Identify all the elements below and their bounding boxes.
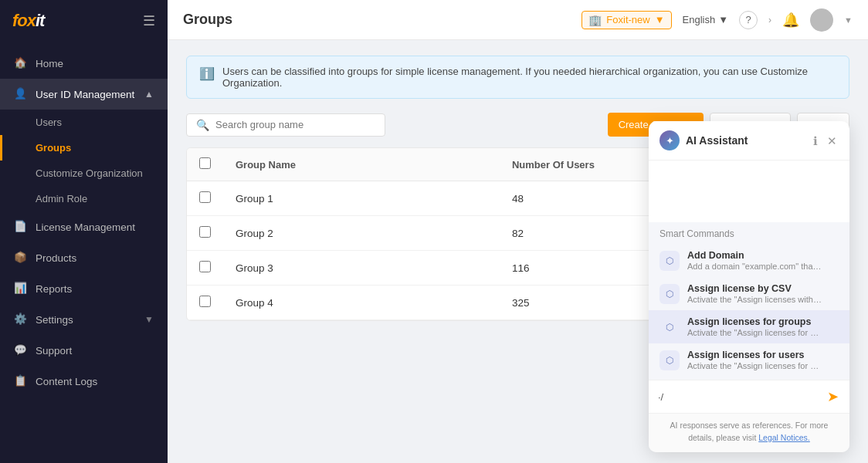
language-selector[interactable]: English ▼ xyxy=(683,14,729,25)
command-icon: ⬡ xyxy=(659,251,680,271)
support-icon: 💬 xyxy=(14,343,28,357)
command-item-assign-licenses-groups[interactable]: ⬡ Assign licenses for groups Activate th… xyxy=(649,310,849,343)
user-management-subnav: Users Groups Customize Organization Admi… xyxy=(0,110,168,211)
org-icon: 🏢 xyxy=(588,14,602,26)
sidebar-item-products[interactable]: 📦 Products xyxy=(0,242,168,273)
row-checkbox[interactable] xyxy=(199,191,211,203)
notifications-icon[interactable]: 🔔 xyxy=(782,12,799,29)
sidebar-item-customize-organization[interactable]: Customize Organization xyxy=(0,161,168,186)
header: Groups 🏢 Foxit-new ▼ English ▼ ? › 🔔 ▼ xyxy=(168,0,868,40)
ai-panel-title: AI Assistant xyxy=(686,134,748,147)
ai-panel-title-area: ✦ AI Assistant xyxy=(659,130,748,150)
content-logs-icon: 📋 xyxy=(14,374,28,388)
info-banner: ℹ️ Users can be classified into groups f… xyxy=(186,56,849,99)
row-checkbox[interactable] xyxy=(199,226,211,238)
ai-send-button[interactable]: ➤ xyxy=(826,387,840,407)
ai-info-button[interactable]: ℹ xyxy=(812,133,819,148)
sidebar-item-admin-role[interactable]: Admin Role xyxy=(0,186,168,211)
language-caret-icon: ▼ xyxy=(718,14,728,25)
command-name: Assign licenses for groups xyxy=(687,316,839,327)
row-group-name: Group 3 xyxy=(223,251,500,286)
command-icon: ⬡ xyxy=(659,284,680,304)
sidebar-item-settings[interactable]: ⚙️ Settings ▼ xyxy=(0,304,168,335)
commands-list: ⬡ Add Domain Add a domain "example.com" … xyxy=(649,244,849,377)
sidebar-item-content-logs[interactable]: 📋 Content Logs xyxy=(0,366,168,397)
help-button[interactable]: ? xyxy=(739,11,758,29)
col-group-name: Group Name xyxy=(223,148,500,181)
row-group-name: Group 1 xyxy=(223,181,500,216)
language-label: English xyxy=(683,14,716,25)
ai-assistant-panel: ✦ AI Assistant ℹ ✕ Smart Commands ⬡ Add … xyxy=(649,121,849,452)
select-all-checkbox[interactable] xyxy=(199,157,211,169)
smart-commands-label: Smart Commands xyxy=(649,228,849,244)
sidebar-item-reports[interactable]: 📊 Reports xyxy=(0,273,168,304)
command-text: Assign licenses for users Activate the "… xyxy=(687,350,839,370)
command-desc: Add a domain "example.com" that can be v… xyxy=(687,262,822,271)
command-desc: Activate the "Assign licenses for groups… xyxy=(687,328,822,337)
sidebar: foxit ☰ 🏠 Home 👤 User ID Management ▲ Us… xyxy=(0,0,168,463)
row-checkbox-cell xyxy=(187,251,223,286)
row-checkbox-cell xyxy=(187,216,223,251)
row-checkbox[interactable] xyxy=(199,261,211,272)
sidebar-logo: foxit ☰ xyxy=(0,0,168,42)
legal-notices-link[interactable]: Legal Notices. xyxy=(758,433,810,442)
settings-icon: ⚙️ xyxy=(14,313,28,326)
hamburger-icon[interactable]: ☰ xyxy=(143,12,155,29)
search-box: 🔍 xyxy=(186,113,385,137)
sidebar-item-groups[interactable]: Groups xyxy=(0,135,168,161)
org-name: Foxit-new xyxy=(606,14,649,25)
select-all-cell xyxy=(187,148,223,181)
ai-input[interactable] xyxy=(658,391,821,403)
expand-arrow-icon: ▲ xyxy=(144,89,154,100)
logo: foxit xyxy=(12,11,44,31)
row-group-name: Group 2 xyxy=(223,216,500,251)
sidebar-nav: 🏠 Home 👤 User ID Management ▲ Users Grou… xyxy=(0,42,168,463)
command-name: Add Domain xyxy=(687,250,839,261)
row-checkbox[interactable] xyxy=(199,296,211,307)
command-text: Add Domain Add a domain "example.com" th… xyxy=(687,250,839,271)
sidebar-item-user-id-management[interactable]: 👤 User ID Management ▲ xyxy=(0,79,168,110)
user-icon: 👤 xyxy=(14,87,28,101)
command-icon: ⬡ xyxy=(659,317,680,337)
sidebar-item-users[interactable]: Users xyxy=(0,110,168,135)
ai-input-area: ➤ xyxy=(649,380,849,413)
header-actions: 🏢 Foxit-new ▼ English ▼ ? › 🔔 ▼ xyxy=(581,8,853,32)
info-icon: ℹ️ xyxy=(199,66,215,81)
row-checkbox-cell xyxy=(187,181,223,216)
license-icon: 📄 xyxy=(14,220,28,234)
org-caret-icon: ▼ xyxy=(655,14,665,25)
reports-icon: 📊 xyxy=(14,282,28,296)
command-item-assign-license-csv[interactable]: ⬡ Assign license by CSV Activate the "As… xyxy=(649,277,849,310)
ai-messages-area xyxy=(649,161,849,222)
sidebar-item-license-management[interactable]: 📄 License Management xyxy=(0,211,168,242)
ai-panel-controls: ℹ ✕ xyxy=(812,133,839,148)
settings-arrow-icon: ▼ xyxy=(144,314,154,325)
products-icon: 📦 xyxy=(14,251,28,265)
org-selector[interactable]: 🏢 Foxit-new ▼ xyxy=(581,11,671,29)
home-icon: 🏠 xyxy=(14,56,28,70)
ai-close-button[interactable]: ✕ xyxy=(826,133,839,148)
command-desc: Activate the "Assign licenses with CSV f… xyxy=(687,295,822,304)
info-text: Users can be classified into groups for … xyxy=(222,66,836,89)
command-text: Assign licenses for groups Activate the … xyxy=(687,316,839,337)
command-icon: ⬡ xyxy=(659,350,680,370)
sidebar-item-home[interactable]: 🏠 Home xyxy=(0,48,168,79)
page-title: Groups xyxy=(183,12,232,28)
profile-caret-icon[interactable]: ▼ xyxy=(844,15,853,25)
ai-avatar: ✦ xyxy=(659,130,680,150)
command-name: Assign license by CSV xyxy=(687,283,839,294)
avatar[interactable] xyxy=(810,8,833,32)
sidebar-item-support[interactable]: 💬 Support xyxy=(0,335,168,366)
row-group-name: Group 4 xyxy=(223,286,500,320)
search-input[interactable] xyxy=(215,119,375,130)
content-area: ℹ️ Users can be classified into groups f… xyxy=(168,40,868,463)
command-item-add-domain[interactable]: ⬡ Add Domain Add a domain "example.com" … xyxy=(649,244,849,277)
ai-footer: AI responses serve as references. For mo… xyxy=(649,413,849,452)
search-icon: 🔍 xyxy=(196,119,209,131)
row-checkbox-cell xyxy=(187,286,223,320)
forward-arrow-icon[interactable]: › xyxy=(768,15,771,25)
command-item-assign-licenses-users[interactable]: ⬡ Assign licenses for users Activate the… xyxy=(649,343,849,377)
smart-commands-section: Smart Commands ⬡ Add Domain Add a domain… xyxy=(649,222,849,380)
avatar-image xyxy=(810,8,833,32)
main-area: Groups 🏢 Foxit-new ▼ English ▼ ? › 🔔 ▼ xyxy=(168,0,868,463)
